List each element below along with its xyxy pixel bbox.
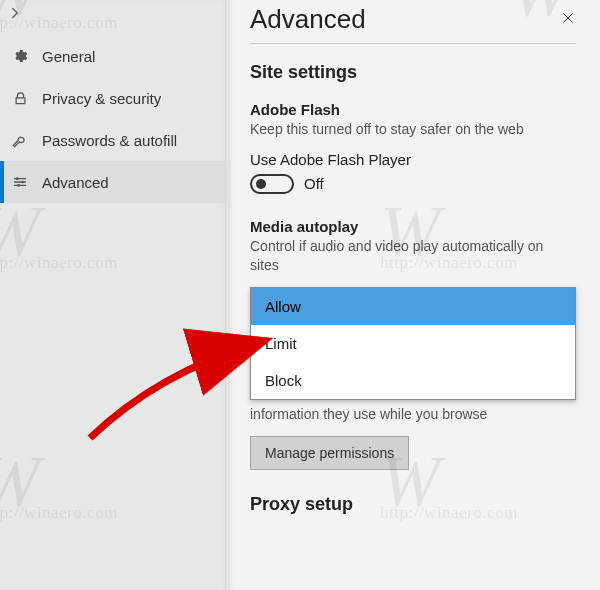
- media-title: Media autoplay: [250, 218, 576, 235]
- media-autoplay-group: Media autoplay Control if audio and vide…: [250, 218, 576, 400]
- key-icon: [8, 132, 32, 148]
- partial-text-fragment: information they use while you browse: [250, 406, 576, 422]
- adobe-flash-group: Adobe Flash Keep this turned off to stay…: [250, 101, 576, 194]
- toggle-knob: [256, 179, 266, 189]
- svg-point-0: [16, 177, 19, 180]
- close-button[interactable]: [548, 4, 576, 35]
- toggle-state-text: Off: [304, 175, 324, 192]
- sliders-icon: [8, 174, 32, 190]
- settings-sidebar: General Privacy & security Passwords & a…: [0, 0, 228, 590]
- sidebar-item-label: Passwords & autofill: [42, 132, 177, 149]
- svg-point-2: [17, 184, 20, 187]
- panel-title: Advanced: [250, 4, 366, 35]
- lock-icon: [8, 91, 32, 106]
- sidebar-item-privacy[interactable]: Privacy & security: [0, 77, 227, 119]
- dropdown-option-allow[interactable]: Allow: [251, 288, 575, 325]
- sidebar-item-label: Privacy & security: [42, 90, 161, 107]
- sidebar-item-general[interactable]: General: [0, 35, 227, 77]
- media-autoplay-dropdown[interactable]: Allow Limit Block: [250, 287, 576, 400]
- settings-content: Advanced Site settings Adobe Flash Keep …: [228, 0, 600, 590]
- sidebar-item-label: General: [42, 48, 95, 65]
- chevron-right-icon: [6, 4, 24, 22]
- panel-header: Advanced: [250, 0, 576, 44]
- back-chevron[interactable]: [0, 0, 227, 35]
- flash-desc: Keep this turned off to stay safer on th…: [250, 120, 576, 139]
- sidebar-item-advanced[interactable]: Advanced: [0, 161, 227, 203]
- svg-point-1: [21, 181, 24, 184]
- site-settings-title: Site settings: [250, 62, 576, 83]
- manage-permissions-button[interactable]: Manage permissions: [250, 436, 409, 470]
- dropdown-option-limit[interactable]: Limit: [251, 325, 575, 362]
- sidebar-item-label: Advanced: [42, 174, 109, 191]
- close-icon: [560, 10, 576, 26]
- flash-toggle-label: Use Adobe Flash Player: [250, 151, 576, 168]
- dropdown-option-block[interactable]: Block: [251, 362, 575, 399]
- gear-icon: [8, 48, 32, 64]
- app-root: General Privacy & security Passwords & a…: [0, 0, 600, 590]
- sidebar-item-passwords[interactable]: Passwords & autofill: [0, 119, 227, 161]
- proxy-section-title: Proxy setup: [250, 494, 576, 515]
- flash-toggle[interactable]: Off: [250, 174, 576, 194]
- media-desc: Control if audio and video play automati…: [250, 237, 576, 275]
- flash-title: Adobe Flash: [250, 101, 576, 118]
- toggle-pill[interactable]: [250, 174, 294, 194]
